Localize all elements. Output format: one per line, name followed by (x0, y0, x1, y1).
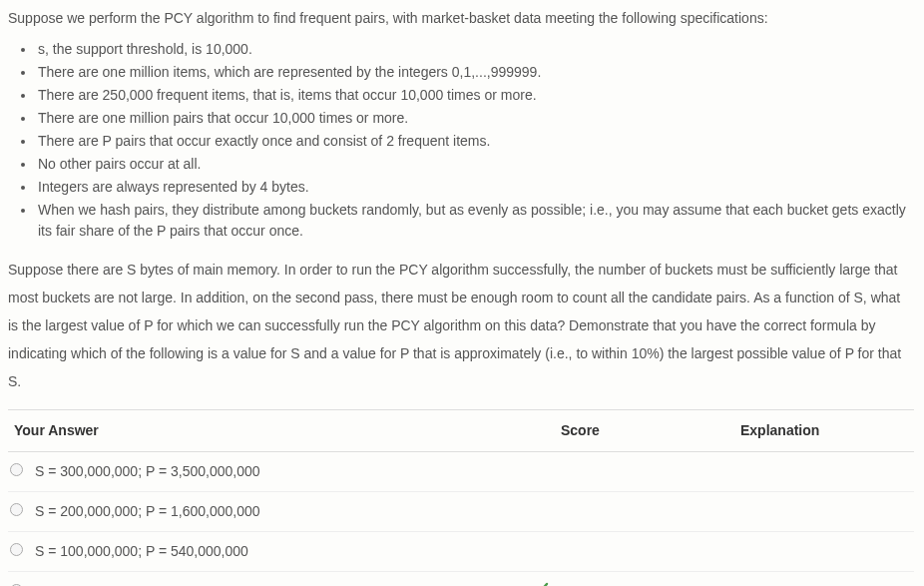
spec-item: There are one million pairs that occur 1… (36, 108, 914, 129)
header-explanation: Explanation (734, 410, 914, 452)
radio-icon[interactable] (10, 503, 23, 516)
answer-score (555, 532, 734, 572)
radio-icon[interactable] (10, 543, 23, 556)
radio-icon[interactable] (10, 463, 23, 476)
answer-score: 1.00 (555, 572, 734, 587)
answer-score (555, 492, 734, 532)
spec-item: No other pairs occur at all. (36, 154, 914, 175)
header-answer: Your Answer (8, 410, 515, 452)
header-score: Score (555, 410, 734, 452)
answer-label: S = 300,000,000; P = 3,500,000,000 (29, 452, 515, 492)
answer-row[interactable]: S = 100,000,000; P = 540,000,000 (8, 532, 914, 572)
answer-label: S = 200,000,000; P = 1,600,000,000 (29, 492, 515, 532)
answer-table: Your Answer Score Explanation S = 300,00… (8, 409, 914, 586)
spec-item: Integers are always represented by 4 byt… (36, 177, 914, 198)
answer-row[interactable]: S = 200,000,000; P = 1,600,000,000 (8, 492, 914, 532)
answer-label: S = 300,000,000; P = 1,800,000,000 (29, 572, 515, 587)
spec-item: There are P pairs that occur exactly onc… (36, 131, 914, 152)
spec-item: There are one million items, which are r… (36, 62, 914, 83)
answer-row[interactable]: S = 300,000,000; P = 3,500,000,000 (8, 452, 914, 492)
spec-list: s, the support threshold, is 10,000. The… (8, 39, 914, 242)
answer-row[interactable]: S = 300,000,000; P = 1,800,000,000 1.00 (8, 572, 914, 587)
check-icon (533, 581, 549, 586)
question-intro: Suppose we perform the PCY algorithm to … (8, 8, 914, 29)
spec-item: When we hash pairs, they distribute amon… (36, 200, 914, 242)
answer-label: S = 100,000,000; P = 540,000,000 (29, 532, 515, 572)
question-body: Suppose there are S bytes of main memory… (8, 256, 914, 395)
spec-item: s, the support threshold, is 10,000. (36, 39, 914, 60)
spec-item: There are 250,000 frequent items, that i… (36, 85, 914, 106)
answer-score (555, 452, 734, 492)
